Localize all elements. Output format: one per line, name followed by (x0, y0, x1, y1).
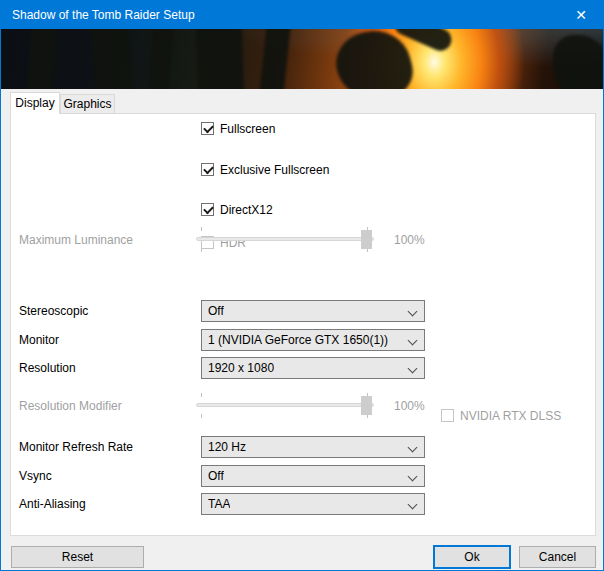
monitor-value: 1 (NVIDIA GeForce GTX 1650(1)) (208, 330, 388, 351)
banner-tree-silhouette (91, 29, 133, 89)
tab-graphics[interactable]: Graphics (60, 94, 115, 114)
chevron-down-icon (409, 337, 417, 345)
chevron-down-icon (409, 501, 417, 509)
resolution-dropdown[interactable]: 1920 x 1080 (201, 357, 425, 379)
directx12-checkbox[interactable]: DirectX12 (201, 203, 214, 216)
close-icon[interactable]: ✕ (559, 1, 603, 29)
monitor-label: Monitor (19, 333, 59, 347)
chevron-down-icon (409, 308, 417, 316)
refresh-rate-label: Monitor Refresh Rate (19, 440, 133, 454)
reset-button[interactable]: Reset (11, 546, 144, 568)
chevron-down-icon (409, 365, 417, 373)
maximum-luminance-slider-thumb (361, 230, 372, 249)
slider-tick (201, 248, 202, 252)
resolution-modifier-slider-track (196, 403, 374, 407)
monitor-dropdown[interactable]: 1 (NVIDIA GeForce GTX 1650(1)) (201, 329, 425, 351)
resolution-modifier-value: 100% (394, 399, 425, 413)
banner-tree-silhouette (148, 29, 174, 89)
resolution-modifier-label: Resolution Modifier (19, 399, 122, 413)
banner-tree-silhouette (27, 29, 58, 89)
refresh-rate-value: 120 Hz (208, 437, 246, 458)
resolution-value: 1920 x 1080 (208, 358, 274, 379)
exclusive-fullscreen-checkbox[interactable]: Exclusive Fullscreen (201, 163, 214, 176)
nvidia-rtx-dlss-checkbox: NVIDIA RTX DLSS (441, 409, 454, 422)
anti-aliasing-dropdown[interactable]: TAA (201, 493, 425, 515)
maximum-luminance-slider-track (196, 237, 374, 241)
stereoscopic-label: Stereoscopic (19, 304, 88, 318)
vsync-dropdown[interactable]: Off (201, 465, 425, 487)
resolution-modifier-slider-thumb (361, 396, 372, 415)
stereoscopic-value: Off (208, 301, 224, 322)
fullscreen-label: Fullscreen (220, 122, 275, 136)
slider-tick (201, 227, 202, 231)
resolution-label: Resolution (19, 361, 76, 375)
banner-tree-silhouette (196, 29, 245, 89)
banner-lara-silhouette (330, 29, 419, 89)
anti-aliasing-label: Anti-Aliasing (19, 497, 86, 511)
refresh-rate-dropdown[interactable]: 120 Hz (201, 436, 425, 458)
banner-foliage-silhouette (553, 35, 603, 89)
title-bar: Shadow of the Tomb Raider Setup ✕ (1, 1, 603, 29)
maximum-luminance-label: Maximum Luminance (19, 233, 133, 247)
tab-display[interactable]: Display (10, 92, 60, 114)
stereoscopic-dropdown[interactable]: Off (201, 300, 425, 322)
slider-tick (201, 393, 202, 397)
directx12-label: DirectX12 (220, 203, 273, 217)
vsync-label: Vsync (19, 469, 52, 483)
nvidia-rtx-dlss-label: NVIDIA RTX DLSS (460, 409, 561, 423)
chevron-down-icon (409, 444, 417, 452)
window-title: Shadow of the Tomb Raider Setup (12, 1, 195, 29)
chevron-down-icon (409, 473, 417, 481)
anti-aliasing-value: TAA (208, 494, 230, 515)
ok-button[interactable]: Ok (433, 545, 511, 569)
banner-tree-silhouette (259, 29, 291, 89)
vsync-value: Off (208, 466, 224, 487)
exclusive-fullscreen-label: Exclusive Fullscreen (220, 163, 329, 177)
setup-dialog-window: Shadow of the Tomb Raider Setup ✕ Displa… (0, 0, 604, 571)
cancel-button[interactable]: Cancel (519, 546, 596, 568)
fullscreen-checkbox[interactable]: Fullscreen (201, 122, 214, 135)
game-artwork-banner (1, 29, 603, 89)
maximum-luminance-value: 100% (394, 233, 425, 247)
slider-tick (201, 414, 202, 418)
